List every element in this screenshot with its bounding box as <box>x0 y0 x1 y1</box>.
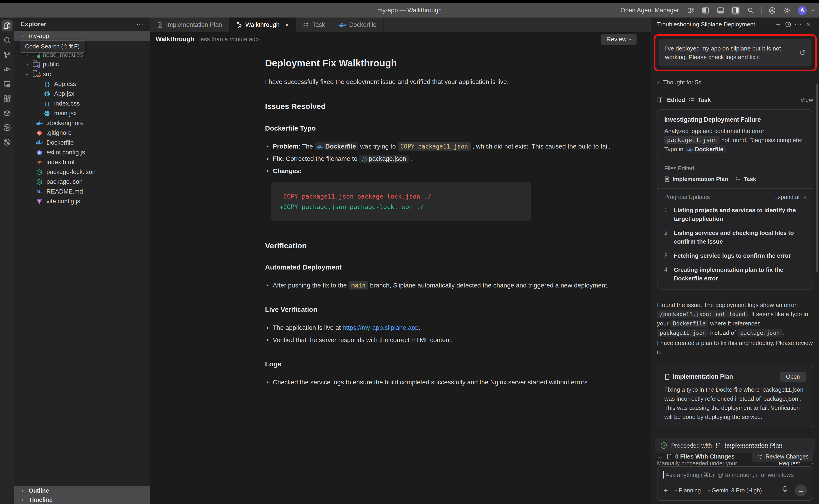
tree-item-src[interactable]: › </> src <box>14 69 150 79</box>
explorer-more-icon[interactable]: ⋯ <box>137 20 144 28</box>
msg-text: instead of <box>710 329 736 336</box>
tree-item-dockerfile[interactable]: Dockerfile <box>14 138 150 148</box>
live-text2: . <box>419 324 420 331</box>
app-link[interactable]: https://my-app.sliplane.app <box>343 324 419 331</box>
package-json-chip[interactable]: JS package.json <box>359 155 409 163</box>
extensions-icon[interactable] <box>2 93 13 104</box>
review-button[interactable]: Review › <box>601 34 637 45</box>
panel-bottom-icon[interactable] <box>716 6 725 15</box>
card-body: Analyzed logs and confirmed the error: p… <box>664 126 806 154</box>
tab-walkthrough[interactable]: Walkthrough × <box>229 18 296 32</box>
progress-label: Progress Updates <box>664 194 710 200</box>
card-text3: . <box>727 146 729 153</box>
tree-item-readme[interactable]: M↓ README.md <box>14 187 150 197</box>
search-sidebar-icon[interactable] <box>2 35 13 46</box>
panel-right-icon[interactable] <box>731 6 740 15</box>
annotation-highlight: I've deployed my app on sliplane but it … <box>654 34 817 71</box>
tree-item-app-css[interactable]: { } App.css <box>14 79 150 89</box>
remote-explorer-icon[interactable] <box>2 78 13 89</box>
file-label: package-lock.json <box>46 169 96 176</box>
model-selector[interactable]: › Gemini 3 Pro (High) <box>708 487 762 494</box>
chevron-right-icon: › <box>20 496 25 503</box>
folder-icon <box>33 52 40 57</box>
problem-label: Problem: <box>273 143 300 150</box>
mode-selector[interactable]: › Planning <box>675 487 701 494</box>
timeline-section[interactable]: › Timeline <box>14 495 150 504</box>
tree-item-package-lock[interactable]: JS package-lock.json <box>14 167 150 177</box>
docker-icon <box>339 22 346 28</box>
repo-graph-icon[interactable] <box>2 122 13 133</box>
thought-5s-row[interactable]: › Thought for 5s <box>657 79 813 86</box>
outline-section[interactable]: › Outline <box>14 486 150 495</box>
review-changes-button[interactable]: Review Changes <box>752 451 813 462</box>
progress-item[interactable]: 4 Creating implementation plan to fix th… <box>664 265 806 283</box>
expand-all-button[interactable]: Expand all <box>774 194 801 200</box>
dockerfile-chip[interactable]: Dockerfile <box>315 142 358 150</box>
file-label: App.jsx <box>54 90 74 97</box>
open-agent-manager-button[interactable]: Open Agent Manager <box>620 7 679 14</box>
card-divider <box>657 160 813 160</box>
mic-icon[interactable] <box>782 486 788 495</box>
avatar[interactable]: A <box>798 6 807 15</box>
progress-number: 4 <box>664 265 669 283</box>
view-button[interactable]: View <box>800 96 813 103</box>
tree-item-package-json[interactable]: JS package.json <box>14 177 150 187</box>
heading-dockerfile-typo: Dockerfile Typo <box>265 124 645 132</box>
back-arrow-icon[interactable]: ← <box>657 453 663 460</box>
progress-item[interactable]: 1 Listing projects and services to ident… <box>664 206 806 223</box>
more-options-icon[interactable]: ⋯ <box>793 20 803 28</box>
live-item-2: Verified that the server responds with t… <box>265 335 645 345</box>
tree-item-main-jsx[interactable]: main.jsx <box>14 108 150 118</box>
folder-code-icon: </> <box>33 72 40 77</box>
close-panel-icon[interactable]: × <box>803 20 813 28</box>
dockerfile-chip[interactable]: Dockerfile <box>685 145 726 153</box>
tree-item-eslint-config[interactable]: eslint.config.js <box>14 148 150 157</box>
account-chevron-down-icon[interactable]: › <box>810 9 817 12</box>
tab-dockerfile[interactable]: Dockerfile <box>332 18 384 32</box>
explorer-icon[interactable] <box>2 20 13 31</box>
logs-list: Checked the service logs to ensure the b… <box>265 377 645 388</box>
tree-item-index-css[interactable]: { } index.css <box>14 99 150 108</box>
layout-grid-icon[interactable] <box>686 6 695 15</box>
run-debug-icon[interactable] <box>2 64 13 75</box>
book-icon <box>657 97 664 103</box>
repo-watch-icon[interactable] <box>2 137 13 148</box>
file-task-link[interactable]: Task <box>743 176 756 182</box>
tab-implementation-plan[interactable]: Implementation Plan <box>150 18 229 32</box>
progress-item[interactable]: 3 Fetching service logs to confirm the e… <box>664 251 806 260</box>
tree-item-public[interactable]: › public <box>14 60 150 69</box>
user-message-bubble[interactable]: I've deployed my app on sliplane but it … <box>659 39 811 66</box>
panel-left-icon[interactable] <box>701 6 710 15</box>
tree-item-gitignore[interactable]: .gitignore <box>14 128 150 138</box>
tree-item-app-jsx[interactable]: App.jsx <box>14 89 150 99</box>
settings-gear-icon[interactable] <box>783 6 792 15</box>
source-control-icon[interactable] <box>2 49 13 60</box>
containers-icon[interactable] <box>2 108 13 118</box>
progress-item[interactable]: 2 Listing services and checking local fi… <box>664 229 806 246</box>
tree-root-my-app[interactable]: › my-app <box>14 31 150 41</box>
tab-task[interactable]: Task <box>296 18 332 32</box>
tree-item-dockerignore[interactable]: .dockerignore <box>14 118 150 128</box>
docker-icon <box>35 121 43 126</box>
chat-input[interactable]: Ask anything (⌘L), @ to mention, / for w… <box>657 466 813 501</box>
node-icon: JS <box>35 169 43 175</box>
send-button[interactable]: → <box>795 484 807 496</box>
chevron-left-icon[interactable]: ‹ <box>804 194 806 200</box>
tree-item-index-html[interactable]: </> index.html <box>14 157 150 167</box>
new-conversation-icon[interactable]: + <box>773 20 783 28</box>
explorer-sidebar: Explorer ⋯ › my-app Code Search (⇧⌘F) › … <box>14 18 150 504</box>
search-icon[interactable] <box>746 6 755 15</box>
agent-message: I found the issue. The deployment logs s… <box>657 300 813 357</box>
browser-icon[interactable] <box>768 6 777 15</box>
restore-checkpoint-icon[interactable]: ↺ <box>799 48 806 57</box>
tree-item-vite-config[interactable]: vite.config.js <box>14 197 150 206</box>
file-plan-link[interactable]: Implementation Plan <box>672 176 728 182</box>
close-tab-icon[interactable]: × <box>285 21 289 29</box>
open-plan-button[interactable]: Open <box>780 372 806 382</box>
add-context-icon[interactable]: + <box>663 486 668 495</box>
history-icon[interactable] <box>783 21 793 28</box>
review-changes-label: Review Changes <box>766 453 809 460</box>
doc-timestamp: less than a minute ago <box>199 36 259 43</box>
scrollbar-thumb[interactable] <box>816 83 818 272</box>
chip-label: package.json <box>369 155 406 162</box>
